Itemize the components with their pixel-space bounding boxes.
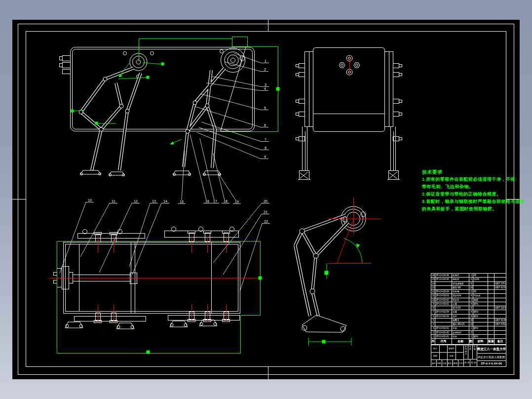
stage-label: 阶段标记: [464, 345, 468, 359]
parts-table-cell: ZP-0.4-02-01: [435, 326, 452, 330]
check-label: 校核: [431, 353, 440, 359]
parts-table-cell: [488, 306, 494, 310]
parts-table-cell: 1: [469, 326, 473, 330]
parts-table-cell: [494, 298, 506, 302]
parts-table-cell: 步进电机: [452, 331, 469, 334]
sheet-no-label: 第 张: [470, 359, 476, 367]
technical-notes: 技术要求1.所有的零部件在装配前必须清理干净，不得带有毛刺、飞边和杂物。2.保证…: [422, 168, 530, 213]
parts-table-cell: [473, 282, 488, 285]
parts-table-cell: [488, 331, 494, 334]
parts-table-cell: [488, 298, 494, 302]
callout-number: 10: [88, 199, 92, 202]
parts-table-cell: [488, 319, 494, 322]
parts-table-cell: 1: [431, 335, 435, 338]
parts-table-cell: [488, 326, 494, 330]
callout-number: 8: [265, 146, 266, 150]
parts-table-cell: [494, 315, 506, 318]
revision-grid: 设计 标准化 校核 批准 标记 处数 分区 更改文件号 签名: [431, 345, 464, 367]
tech-notes-line: 的夹具和扳手，紧固时使用联轴胶。: [422, 205, 530, 213]
parts-table-cell: 45: [473, 290, 488, 293]
parts-table-cell: 硬铝: [473, 310, 488, 314]
parts-table-cell: 8: [469, 306, 473, 310]
parts-table-cell: 1: [469, 274, 473, 277]
parts-table-cell: 序号: [431, 339, 435, 344]
parts-table-cell: [435, 322, 452, 326]
parts-table-cell: 8: [469, 282, 473, 285]
parts-table-cell: 12: [431, 290, 435, 293]
parts-table-cell: ZP-0.4-04-06: [435, 274, 452, 277]
parts-table-cell: 数量: [469, 339, 473, 344]
parts-table-cell: 螺母 M6: [452, 286, 469, 289]
callout-number: 20: [264, 200, 267, 203]
parts-table-cell: 2: [469, 290, 473, 293]
parts-table-cell: 4: [469, 310, 473, 314]
callout-number: 5: [264, 106, 266, 110]
parts-table-cell: [473, 331, 488, 334]
callout-number: 9: [264, 155, 266, 159]
parts-table-cell: 11: [431, 294, 435, 297]
parts-table-cell: 10: [431, 298, 435, 302]
parts-table-cell: 硬铝: [473, 302, 488, 306]
parts-table-row: 7ZP-0.4-02-04大腿4硬铝: [431, 310, 506, 314]
callout-number: 2: [264, 68, 266, 71]
parts-table-cell: 7: [431, 310, 435, 314]
parts-table-cell: [488, 315, 494, 318]
parts-table-cell: [488, 278, 494, 281]
parts-table-cell: 联轴器: [452, 274, 469, 277]
parts-table-cell: 4: [469, 302, 473, 306]
parts-table-cell: [488, 290, 494, 293]
sign-label: 签名: [453, 360, 458, 367]
parts-table-cell: 垫圈 6: [452, 319, 469, 322]
parts-table-row: 1ZP-0.4-01-01机体1硬铝: [431, 335, 506, 339]
parts-table-row: 8销 4×208GB/T 119-86: [431, 306, 506, 310]
parts-table-cell: [435, 286, 452, 289]
parts-table-cell: ZP-0.4-03-02: [435, 298, 452, 302]
design-label: 设计: [431, 345, 440, 352]
parts-table-row: 13螺母 M616GB/T 6170-86: [431, 286, 506, 290]
parts-table-cell: [488, 335, 494, 338]
callout-number: 14: [163, 200, 167, 203]
parts-table-cell: 重量: [488, 339, 494, 344]
callout-number: 1: [265, 59, 266, 63]
parts-table-cell: ZP-0.4-03-04: [435, 290, 452, 293]
callout-number: 19: [235, 200, 239, 203]
parts-table-cell: 小腿: [452, 302, 469, 306]
parts-table-row: 9ZP-0.4-03-01小腿4硬铝: [431, 302, 506, 306]
parts-table-cell: 带轮轴: [452, 290, 469, 293]
callout-number: 22: [264, 220, 268, 223]
parts-table-cell: 45: [473, 274, 488, 277]
parts-table-row: 12ZP-0.4-03-04带轮轴245: [431, 290, 506, 294]
drawing-number: ZP-0.4-0.04-00: [477, 361, 506, 367]
parts-table-cell: 连杆: [452, 315, 469, 318]
parts-table-cell: 16: [469, 286, 473, 289]
drawing-title: 四足步行机器人装配图: [477, 354, 506, 361]
parts-table-cell: 16: [469, 322, 473, 326]
parts-table-cell: [435, 306, 452, 310]
callout-number: 15: [180, 200, 184, 203]
change-file-label: 更改文件号: [448, 360, 453, 367]
parts-table-cell: 大腿: [452, 310, 469, 314]
parts-table-cell: GB/T 95-85: [494, 319, 506, 322]
side-view-drawing: [60, 47, 255, 176]
parts-table-cell: GB/T 5782-86: [494, 322, 506, 326]
parts-table-row: 4螺栓 M6×2516GB/T 5782-86: [431, 322, 506, 326]
parts-table-cell: 8: [469, 315, 473, 318]
sheets-total-label: 共 张: [464, 359, 470, 367]
parts-table-cell: [488, 282, 494, 285]
parts-table-cell: ZP-0.4-01-01: [435, 335, 452, 338]
parts-table-cell: 硬铝: [473, 335, 488, 338]
parts-table-cell: 铝合金: [473, 294, 488, 297]
parts-table-cell: ZP-0.4-02-04: [435, 310, 452, 314]
callout-number: 18: [224, 200, 228, 203]
callout-number: 21: [264, 210, 267, 214]
tech-notes-line: 2.保证齿形带与带轮的正确啮合精度。: [422, 191, 530, 198]
school-name: 黑龙江八一农垦大学: [477, 345, 506, 354]
parts-table-row: 2ZP-0.4-01-02步进电机2: [431, 331, 506, 335]
parts-table-cell: 名称: [452, 339, 469, 344]
parts-table-row: 3ZP-0.4-02-01机架1硬铝: [431, 326, 506, 330]
callout-number: 13: [152, 200, 156, 203]
weight-label: 质量: [468, 345, 473, 359]
parts-table-cell: 13: [431, 286, 435, 289]
parts-table-cell: ZP-0.4-03-01: [435, 302, 452, 306]
parts-table-cell: 15: [431, 278, 435, 281]
